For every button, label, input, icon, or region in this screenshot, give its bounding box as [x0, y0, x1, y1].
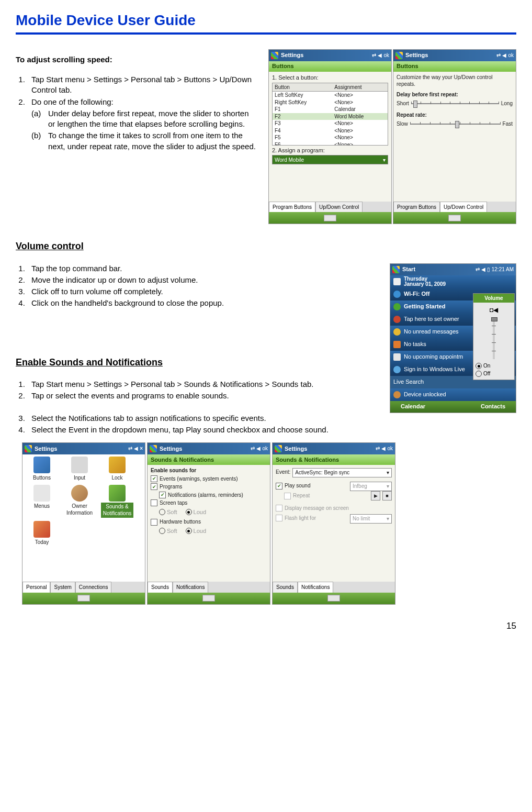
ok-button[interactable]: ok	[387, 445, 393, 452]
start-icon[interactable]	[392, 266, 400, 273]
radio-off[interactable]: Off	[476, 370, 512, 377]
tab-program-buttons[interactable]: Program Buttons	[269, 202, 315, 213]
table-row[interactable]: F3<None>	[273, 120, 388, 127]
volume-icon[interactable]: ◀	[502, 52, 506, 59]
signal-icon[interactable]: ⇄	[496, 52, 501, 59]
event-label: Event:	[276, 469, 290, 476]
tab-notifications[interactable]: Notifications	[173, 582, 208, 593]
radio-loud[interactable]: Loud	[186, 508, 206, 516]
start-icon[interactable]	[271, 52, 278, 59]
tab-notifications[interactable]: Notifications	[298, 582, 333, 593]
date-row[interactable]: ThursdayJanuary 01, 2009	[390, 275, 516, 288]
chk-screen-taps[interactable]: Screen taps	[151, 499, 267, 507]
table-row[interactable]: Right SoftKey<None>	[273, 99, 388, 106]
app-menus[interactable]: Menus	[26, 485, 58, 518]
program-dropdown[interactable]: Word Mobile ▾	[272, 155, 388, 164]
event-dropdown[interactable]: ActiveSync: Begin sync▾	[292, 468, 392, 477]
table-row[interactable]: Left SoftKey<None>	[273, 92, 388, 99]
app-owner[interactable]: Owner Information	[63, 485, 96, 518]
signal-icon[interactable]: ⇄	[376, 445, 380, 452]
ok-button[interactable]: ok	[383, 52, 389, 59]
signal-icon[interactable]: ⇄	[476, 266, 480, 273]
volume-thumb[interactable]	[491, 317, 497, 321]
tab-updown-control[interactable]: Up/Down Control	[440, 202, 487, 213]
keyboard-icon[interactable]	[327, 595, 340, 602]
keyboard-icon[interactable]	[324, 215, 336, 221]
lock-row[interactable]: Device unlocked	[390, 388, 516, 401]
keyboard-icon[interactable]	[448, 215, 461, 221]
table-row[interactable]: F6<None>	[273, 141, 388, 146]
app-lock[interactable]: Lock	[101, 457, 133, 482]
volume-icon[interactable]: ◀	[134, 445, 138, 452]
tab-connections[interactable]: Connections	[75, 582, 112, 593]
tab-program-buttons[interactable]: Program Buttons	[393, 202, 440, 213]
radio-on[interactable]: On	[476, 362, 512, 370]
radio-loud2[interactable]: Loud	[186, 527, 206, 535]
tab-system[interactable]: System	[50, 582, 75, 593]
tab-sounds[interactable]: Sounds	[148, 582, 173, 593]
live-text: Sign in to Windows Live	[404, 365, 465, 373]
clock-icon	[393, 278, 401, 285]
tab-sounds[interactable]: Sounds	[273, 582, 298, 593]
chk-flash[interactable]: Flash light for	[276, 515, 348, 522]
app-label: Lock	[111, 474, 122, 482]
table-row-selected[interactable]: F2Word Mobile	[273, 113, 388, 120]
ok-button[interactable]: ok	[508, 52, 514, 59]
keyboard-icon[interactable]	[77, 595, 90, 602]
start-icon[interactable]	[150, 445, 157, 452]
delay-slider[interactable]: Short Long	[397, 100, 513, 107]
tab-personal[interactable]: Personal	[22, 582, 50, 593]
radio-soft2[interactable]: Soft	[159, 527, 177, 535]
chk-play-sound[interactable]: ✔Play sound	[276, 482, 348, 490]
table-row[interactable]: F1Calendar	[273, 106, 388, 113]
contacts-softkey[interactable]: Contacts	[481, 403, 505, 410]
stop-button[interactable]: ■	[382, 491, 392, 500]
app-sounds[interactable]: Sounds & Notifications	[101, 485, 133, 518]
tab-updown-control[interactable]: Up/Down Control	[315, 202, 363, 213]
scroll-step2: Do one of the following: (a)Under delay …	[27, 97, 258, 152]
volume-icon[interactable]: ◀	[381, 445, 386, 452]
chk-display-msg[interactable]: Display message on screen	[276, 505, 392, 512]
rate-slider[interactable]: Slow Fast	[397, 120, 513, 128]
close-button[interactable]: ×	[140, 445, 143, 452]
flash-dropdown[interactable]: No limit▾	[350, 514, 392, 524]
flash-value: No limit	[353, 515, 370, 522]
chk-repeat[interactable]: Repeat	[276, 492, 369, 499]
start-icon[interactable]	[395, 52, 403, 59]
chk-programs[interactable]: ✔Programs	[151, 483, 267, 491]
button-table[interactable]: ButtonAssignment Left SoftKey<None> Righ…	[273, 83, 388, 146]
keyboard-icon[interactable]	[202, 595, 215, 602]
live-icon	[393, 366, 401, 373]
app-today[interactable]: Today	[26, 521, 58, 546]
radio-soft[interactable]: Soft	[159, 508, 177, 516]
signal-icon[interactable]: ⇄	[128, 445, 132, 452]
signal-icon[interactable]: ⇄	[372, 52, 376, 59]
volume-slider[interactable]	[493, 317, 495, 359]
slider-thumb[interactable]	[413, 101, 417, 108]
chk-notifications[interactable]: ✔Notifications (alarms, reminders)	[151, 492, 267, 499]
sound-dropdown[interactable]: Infbeg▾	[350, 482, 392, 491]
start-icon[interactable]	[275, 445, 282, 452]
chk-events[interactable]: ✔Events (warnings, system events)	[151, 475, 267, 483]
play-button[interactable]: ▶	[371, 491, 380, 500]
volume-icon[interactable]: ◀	[481, 266, 485, 273]
wifi-text: Wi-Fi: Off	[404, 290, 429, 298]
battery-icon[interactable]: ▯	[487, 266, 490, 273]
slider-thumb[interactable]	[455, 121, 459, 128]
signal-icon[interactable]: ⇄	[251, 445, 255, 452]
app-buttons[interactable]: Buttons	[26, 457, 58, 482]
calendar-softkey[interactable]: Calendar	[401, 403, 425, 410]
lock-text: Device unlocked	[404, 391, 446, 398]
app-input[interactable]: Input	[63, 457, 96, 482]
table-row[interactable]: F5<None>	[273, 134, 388, 141]
start-icon[interactable]	[25, 445, 32, 452]
table-row[interactable]: F4<None>	[273, 127, 388, 135]
chk-hardware[interactable]: Hardware buttons	[151, 518, 267, 526]
on-label: On	[483, 362, 490, 370]
ok-button[interactable]: ok	[262, 445, 268, 452]
volume-popup[interactable]: Volume ◘◀ On Off	[473, 293, 515, 381]
volume-icon[interactable]: ◀	[378, 52, 382, 59]
volume-icon[interactable]: ◀	[256, 445, 261, 452]
scrolling-steps: Tap Start menu > Settings > Personal tab…	[16, 74, 258, 152]
titlebar-text: Settings	[160, 445, 251, 453]
